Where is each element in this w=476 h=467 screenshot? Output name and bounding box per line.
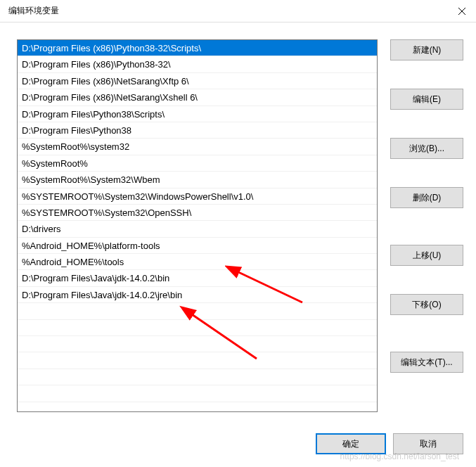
edit-text-button[interactable]: 编辑文本(T)...	[390, 352, 463, 373]
move-up-button[interactable]: 上移(U)	[390, 245, 463, 266]
ok-button[interactable]: 确定	[316, 433, 386, 454]
browse-button[interactable]: 浏览(B)...	[390, 138, 463, 159]
path-listbox[interactable]: D:\Program Files (x86)\Python38-32\Scrip…	[17, 39, 378, 412]
list-item[interactable]: %SystemRoot%\System32\Wbem	[18, 172, 377, 188]
titlebar: 编辑环境变量	[0, 0, 476, 23]
footer-buttons: 确定 取消	[316, 433, 463, 454]
edit-button[interactable]: 编辑(E)	[390, 89, 463, 110]
move-down-button[interactable]: 下移(O)	[390, 294, 463, 315]
list-item[interactable]: D:\Program Files (x86)\Python38-32\Scrip…	[18, 40, 377, 56]
list-item[interactable]: D:\Program Files\Python38	[18, 122, 377, 139]
list-item[interactable]: D:\Program Files\Java\jdk-14.0.2\bin	[18, 270, 377, 286]
list-item[interactable]	[18, 336, 377, 352]
delete-button[interactable]: 删除(D)	[390, 187, 463, 208]
list-item[interactable]	[18, 303, 377, 319]
list-item[interactable]	[18, 352, 377, 369]
new-button[interactable]: 新建(N)	[390, 39, 463, 60]
list-item[interactable]: %Android_HOME%\platform-tools	[18, 238, 377, 254]
list-item[interactable]	[18, 320, 377, 336]
close-button[interactable]	[448, 0, 476, 23]
list-item[interactable]: D:\Program Files\Java\jdk-14.0.2\jre\bin	[18, 287, 377, 303]
list-item[interactable]	[18, 369, 377, 385]
close-icon	[458, 8, 465, 15]
list-item[interactable]	[18, 385, 377, 402]
list-item[interactable]: %Android_HOME%\tools	[18, 254, 377, 270]
list-item[interactable]: D:\Program Files (x86)\NetSarang\Xftp 6\	[18, 73, 377, 89]
content-area: D:\Program Files (x86)\Python38-32\Scrip…	[0, 23, 476, 416]
cancel-button[interactable]: 取消	[393, 433, 463, 454]
list-item[interactable]: %SYSTEMROOT%\System32\OpenSSH\	[18, 205, 377, 221]
list-item[interactable]: %SystemRoot%\system32	[18, 139, 377, 155]
list-item[interactable]: D:\Program Files (x86)\Python38-32\	[18, 56, 377, 72]
window-title: 编辑环境变量	[8, 5, 59, 17]
list-item[interactable]: D:\drivers	[18, 221, 377, 237]
list-item[interactable]: %SystemRoot%	[18, 155, 377, 172]
list-item[interactable]: D:\Program Files\Python38\Scripts\	[18, 106, 377, 122]
list-item[interactable]: D:\Program Files (x86)\NetSarang\Xshell …	[18, 89, 377, 105]
list-item[interactable]: %SYSTEMROOT%\System32\WindowsPowerShell\…	[18, 188, 377, 205]
side-button-group: 新建(N) 编辑(E) 浏览(B)... 删除(D) 上移(U) 下移(O) 编…	[390, 39, 463, 416]
